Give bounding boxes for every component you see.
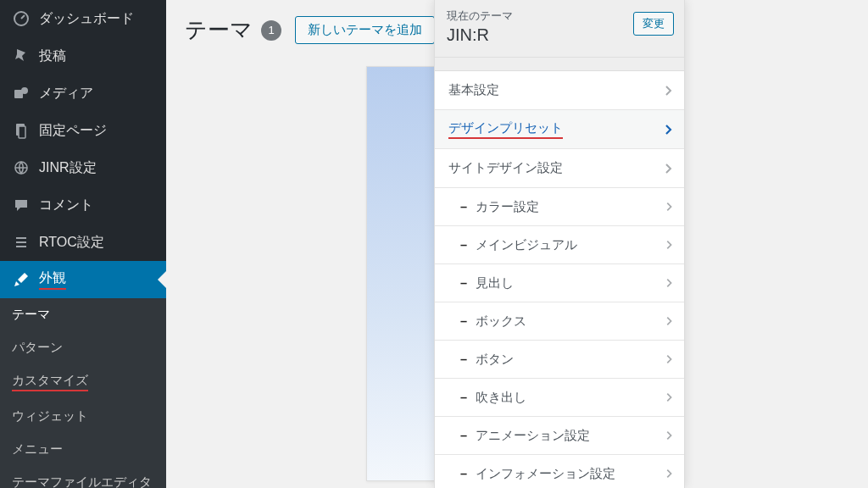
sub-color[interactable]: –カラー設定 — [435, 188, 684, 226]
chevron-right-icon — [662, 163, 674, 175]
sidebar-item-label: 投稿 — [39, 47, 66, 65]
section-design-preset[interactable]: デザインプリセット — [435, 110, 684, 149]
sub-heading[interactable]: –見出し — [435, 264, 684, 302]
panel-list: 基本設定 デザインプリセット サイトデザイン設定 –カラー設定 –メインビジュア… — [435, 71, 684, 488]
chevron-right-icon — [664, 430, 674, 441]
sidebar-item-jinr[interactable]: JINR設定 — [0, 149, 166, 186]
sidebar-submenu: テーマ パターン カスタマイズ ウィジェット メニュー テーマファイルエディター — [0, 298, 166, 488]
chevron-right-icon — [664, 469, 674, 479]
sub-mainvisual[interactable]: –メインビジュアル — [435, 226, 684, 264]
svg-rect-4 — [19, 126, 25, 138]
chevron-right-icon — [664, 278, 674, 288]
sidebar-item-comments[interactable]: コメント — [0, 186, 166, 224]
panel-header: 現在のテーマ JIN:R 変更 — [435, 0, 684, 58]
chevron-right-icon — [664, 392, 674, 402]
sidebar-item-label: 固定ページ — [39, 122, 107, 140]
sidebar-item-dashboard[interactable]: ダッシュボード — [0, 0, 166, 37]
customizer-panel: 現在のテーマ JIN:R 変更 基本設定 デザインプリセット サイトデザイン設定… — [434, 0, 685, 488]
section-label: 基本設定 — [448, 82, 499, 98]
sub-box[interactable]: –ボックス — [435, 302, 684, 341]
current-theme-name: JIN:R — [447, 25, 513, 45]
pin-icon — [12, 47, 31, 65]
theme-count-badge: 1 — [261, 20, 281, 41]
page-icon — [12, 121, 31, 140]
section-label: デザインプリセット — [448, 120, 563, 139]
dashboard-icon — [12, 9, 31, 28]
wallpaper-area — [685, 0, 868, 488]
chevron-right-icon — [664, 202, 674, 212]
section-basic[interactable]: 基本設定 — [435, 71, 684, 110]
svg-point-2 — [21, 87, 28, 94]
sidebar-item-media[interactable]: メディア — [0, 75, 166, 112]
chevron-right-icon — [664, 240, 674, 250]
sidebar-item-label: 外観 — [39, 269, 66, 290]
submenu-themes[interactable]: テーマ — [0, 298, 166, 331]
list-icon — [12, 233, 31, 252]
sub-animation[interactable]: –アニメーション設定 — [435, 417, 684, 455]
submenu-patterns[interactable]: パターン — [0, 331, 166, 364]
media-icon — [12, 84, 31, 103]
sidebar-item-rtoc[interactable]: RTOC設定 — [0, 224, 166, 261]
chevron-right-icon — [662, 85, 674, 97]
comment-icon — [12, 196, 31, 214]
sidebar-item-posts[interactable]: 投稿 — [0, 37, 166, 75]
chevron-right-icon — [662, 124, 674, 136]
submenu-menus[interactable]: メニュー — [0, 433, 166, 466]
sidebar-item-label: RTOC設定 — [39, 234, 104, 252]
submenu-customize[interactable]: カスタマイズ — [0, 364, 166, 400]
sidebar-item-label: ダッシュボード — [39, 10, 134, 28]
globe-icon — [12, 158, 31, 177]
sidebar-item-appearance[interactable]: 外観 — [0, 261, 166, 298]
panel-spacer — [435, 58, 684, 71]
section-label: サイトデザイン設定 — [448, 160, 563, 176]
sidebar-item-label: JINR設定 — [39, 159, 97, 177]
submenu-editor[interactable]: テーマファイルエディター — [0, 466, 166, 488]
sub-button[interactable]: –ボタン — [435, 341, 684, 379]
admin-sidebar: ダッシュボード 投稿 メディア 固定ページ JINR設定 コメント — [0, 0, 166, 488]
current-theme-label: 現在のテーマ — [447, 8, 513, 24]
change-theme-button[interactable]: 変更 — [633, 12, 674, 36]
sidebar-item-label: コメント — [39, 197, 93, 214]
chevron-right-icon — [664, 354, 674, 364]
submenu-widgets[interactable]: ウィジェット — [0, 400, 166, 433]
add-theme-button[interactable]: 新しいテーマを追加 — [295, 16, 435, 44]
sub-information[interactable]: –インフォメーション設定 — [435, 455, 684, 488]
sidebar-item-pages[interactable]: 固定ページ — [0, 112, 166, 149]
brush-icon — [12, 270, 31, 289]
page-title: テーマ — [185, 15, 253, 45]
chevron-right-icon — [664, 316, 674, 326]
section-site-design[interactable]: サイトデザイン設定 — [435, 149, 684, 188]
sub-balloon[interactable]: –吹き出し — [435, 379, 684, 417]
sidebar-item-label: メディア — [39, 85, 93, 103]
